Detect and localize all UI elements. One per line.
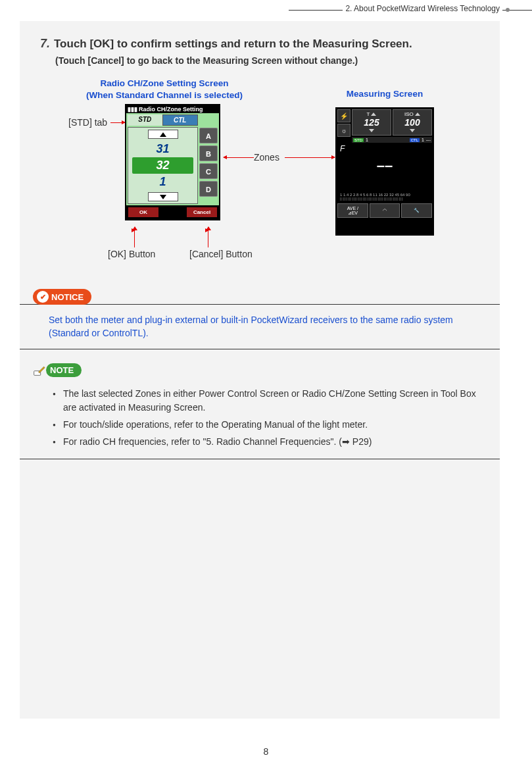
caption-left-line2: (When Standard Channel is selected) [86, 90, 243, 100]
settings-icon[interactable]: ☼ [337, 124, 351, 137]
note-badge: NOTE [46, 363, 82, 377]
note-item: For touch/slide operations, refer to the… [53, 418, 480, 431]
chan-ctl-num: 1 [422, 138, 424, 142]
dr-top-row: ⚡ ☼ T 125 ISO 100 [337, 109, 432, 143]
zone-column: A B C D [199, 115, 218, 204]
note-list: The last selected Zones in either Power … [53, 387, 480, 448]
scale-ticks: ||||||||||||||||||||||||||||||||||||||||… [340, 197, 429, 201]
tab-column: STD CTL 31 32 1 [128, 115, 198, 204]
callout-ok-button: [OK] Button [108, 249, 155, 259]
arrow-ok-line [134, 230, 135, 247]
memory-button[interactable]: ◠ [370, 203, 400, 218]
flash-mode-icon[interactable]: ⚡ [337, 109, 351, 122]
tab-header: STD CTL [128, 115, 198, 126]
step-subtitle: (Touch [Cancel] to go back to the Measur… [55, 55, 487, 66]
ave-ev-button[interactable]: AVE / ⊿EV [337, 203, 368, 218]
shutter-cell[interactable]: T 125 [352, 109, 391, 136]
notice-badge: ✔ NOTICE [33, 289, 91, 305]
ave-label: AVE / [347, 206, 358, 211]
chan-std-tag: STD [353, 138, 364, 142]
battery-icon: ▮▮▮ [128, 106, 137, 113]
shutter-value: 125 [352, 117, 391, 128]
notice-label: NOTICE [51, 292, 84, 302]
notice-icon: ✔ [37, 291, 49, 303]
arrow-zones-right [285, 157, 335, 158]
dr-left-icons: ⚡ ☼ [337, 109, 351, 143]
ok-button[interactable]: OK [128, 207, 158, 217]
arrow-zones-left [224, 157, 254, 158]
callout-cancel-button: [Cancel] Button [189, 249, 253, 259]
note-label: NOTE [50, 365, 74, 375]
zone-a-button[interactable]: A [199, 128, 218, 143]
tools-button[interactable]: 🔧 [401, 203, 432, 218]
device-radio-setting: ▮▮▮ Radio CH/Zone Setting STD CTL 31 32 … [125, 104, 220, 220]
iso-up-icon [415, 113, 420, 116]
t-label: T [367, 111, 370, 117]
chan-std-num: 1 [366, 138, 368, 142]
tab-std[interactable]: STD [128, 115, 162, 126]
note-item: The last selected Zones in either Power … [53, 387, 480, 414]
device-left-title-text: Radio CH/Zone Setting [139, 106, 203, 113]
step-number: 7. [33, 37, 50, 51]
page-body: 7. Touch [OK] to confirm settings and re… [20, 21, 500, 719]
arrow-cancel-line [208, 230, 208, 247]
t-down-icon [369, 129, 374, 132]
channel-up-button[interactable] [148, 130, 178, 139]
notice-text: Set both the meter and plug-in external … [49, 314, 480, 340]
tab-ctl[interactable]: CTL [162, 115, 199, 126]
channel-picker: 31 32 1 [128, 127, 198, 204]
ev-label: ⊿EV [348, 211, 358, 215]
iso-label: ISO [404, 111, 414, 117]
zone-b-button[interactable]: B [199, 145, 218, 161]
step-row: 7. Touch [OK] to confirm settings and re… [33, 37, 487, 51]
notice-section: ✔ NOTICE Set both the meter and plug-in … [33, 288, 487, 349]
dr-values: T 125 ISO 100 [352, 109, 432, 136]
arrow-std [110, 122, 125, 123]
device-left-title: ▮▮▮ Radio CH/Zone Setting [126, 105, 219, 113]
channel-prev[interactable]: 31 [128, 141, 197, 157]
callout-std-tab: [STD] tab [68, 117, 107, 128]
device-measuring: ⚡ ☼ T 125 ISO 100 [335, 107, 434, 236]
callout-zones: Zones [254, 152, 279, 163]
note-item: For radio CH frequencies, refer to "5. R… [53, 435, 480, 448]
f-label: F [340, 144, 429, 153]
iso-down-icon [410, 129, 415, 132]
chan-ctl-dash: --- [426, 138, 431, 142]
header-chapter: 2. About PocketWizard Wireless Technolog… [343, 4, 502, 13]
cancel-button[interactable]: Cancel [187, 207, 217, 217]
note-section: NOTE The last selected Zones in either P… [33, 363, 487, 459]
separator-2 [20, 459, 500, 459]
zone-c-button[interactable]: C [199, 163, 218, 179]
diagram-area: Radio CH/Zone Setting Screen (When Stand… [33, 78, 487, 275]
channel-display[interactable]: STD 1 CTL 1 --- [352, 137, 432, 143]
separator-1 [20, 349, 500, 349]
t-up-icon [371, 113, 376, 116]
header-bullet [506, 8, 510, 12]
zone-d-button[interactable]: D [199, 181, 218, 197]
aperture-display: F –– 1 1.4 2 2.8 4 5.6 8 11 16 22 32 45 … [337, 143, 432, 202]
chevron-down-icon [160, 195, 166, 199]
step-title: Touch [OK] to confirm settings and retur… [54, 37, 412, 51]
pencil-icon [33, 363, 46, 376]
iso-value: 100 [393, 117, 431, 128]
device-left-footer: OK Cancel [126, 205, 219, 219]
dr-bottom-row: AVE / ⊿EV ◠ 🔧 [337, 203, 432, 218]
notice-header-row: ✔ NOTICE [20, 288, 500, 305]
page-number: 8 [0, 746, 532, 757]
chevron-up-icon [160, 132, 166, 137]
note-header-row: NOTE [20, 363, 500, 376]
f-value: –– [340, 157, 429, 174]
arrow-cancel-head [206, 226, 211, 230]
device-left-body: STD CTL 31 32 1 A B C D [126, 113, 219, 205]
channel-next[interactable]: 1 [128, 174, 197, 190]
channel-selected[interactable]: 32 [132, 157, 193, 174]
chan-ctl-tag: CTL [410, 138, 420, 142]
caption-left-line1: Radio CH/Zone Setting Screen [100, 78, 228, 88]
channel-down-button[interactable] [148, 192, 178, 201]
caption-right: Measuring Screen [329, 89, 441, 99]
caption-left: Radio CH/Zone Setting Screen (When Stand… [72, 78, 256, 101]
arrow-ok-head [132, 226, 137, 230]
iso-cell[interactable]: ISO 100 [393, 109, 432, 136]
